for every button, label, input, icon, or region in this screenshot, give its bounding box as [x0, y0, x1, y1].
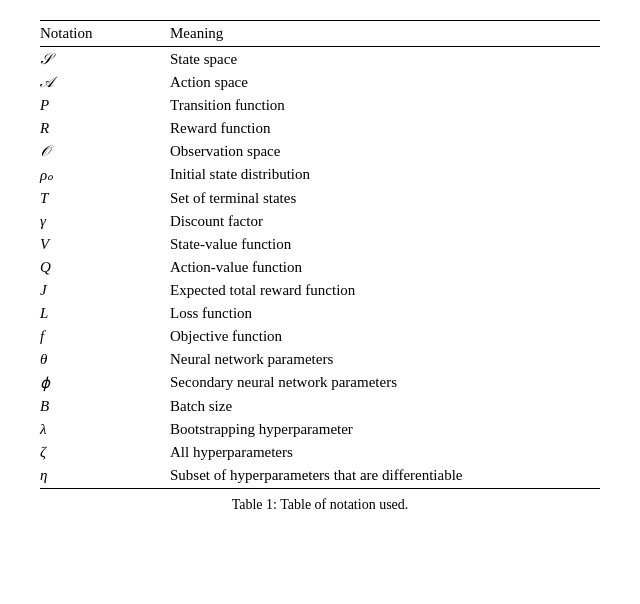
cell-meaning: Observation space: [170, 140, 600, 163]
table-caption-row: Table 1: Table of notation used.: [40, 489, 600, 514]
cell-meaning: Reward function: [170, 117, 600, 140]
table-row: BBatch size: [40, 395, 600, 418]
cell-notation: Q: [40, 256, 170, 279]
cell-notation: L: [40, 302, 170, 325]
table-row: λBootstrapping hyperparameter: [40, 418, 600, 441]
table-row: LLoss function: [40, 302, 600, 325]
cell-notation: γ: [40, 210, 170, 233]
table-header-row: Notation Meaning: [40, 21, 600, 47]
cell-notation: ϕ: [40, 371, 170, 395]
cell-meaning: Neural network parameters: [170, 348, 600, 371]
cell-meaning: Bootstrapping hyperparameter: [170, 418, 600, 441]
cell-notation: 𝒮: [40, 47, 170, 72]
table-row: 𝒪Observation space: [40, 140, 600, 163]
cell-meaning: Secondary neural network parameters: [170, 371, 600, 395]
cell-notation: B: [40, 395, 170, 418]
cell-meaning: State space: [170, 47, 600, 72]
table-row: 𝒜Action space: [40, 71, 600, 94]
cell-meaning: State-value function: [170, 233, 600, 256]
cell-notation: J: [40, 279, 170, 302]
cell-meaning: Discount factor: [170, 210, 600, 233]
cell-notation: T: [40, 187, 170, 210]
cell-notation: f: [40, 325, 170, 348]
table-row: ζAll hyperparameters: [40, 441, 600, 464]
table-caption: Table 1: Table of notation used.: [40, 489, 600, 514]
table-row: PTransition function: [40, 94, 600, 117]
cell-notation: V: [40, 233, 170, 256]
table-row: γDiscount factor: [40, 210, 600, 233]
cell-meaning: Action-value function: [170, 256, 600, 279]
table-row: TSet of terminal states: [40, 187, 600, 210]
table-row: 𝒮State space: [40, 47, 600, 72]
table-row: ηSubset of hyperparameters that are diff…: [40, 464, 600, 489]
cell-notation: θ: [40, 348, 170, 371]
table-row: VState-value function: [40, 233, 600, 256]
cell-notation: ρₒ: [40, 163, 170, 187]
notation-table: Notation Meaning 𝒮State space𝒜Action spa…: [40, 20, 600, 513]
header-notation: Notation: [40, 21, 170, 47]
cell-meaning: Batch size: [170, 395, 600, 418]
cell-meaning: Objective function: [170, 325, 600, 348]
cell-meaning: Set of terminal states: [170, 187, 600, 210]
cell-notation: ζ: [40, 441, 170, 464]
cell-notation: R: [40, 117, 170, 140]
table-row: JExpected total reward function: [40, 279, 600, 302]
cell-notation: η: [40, 464, 170, 489]
cell-notation: λ: [40, 418, 170, 441]
cell-notation: P: [40, 94, 170, 117]
cell-meaning: Loss function: [170, 302, 600, 325]
cell-notation: 𝒪: [40, 140, 170, 163]
cell-meaning: Subset of hyperparameters that are diffe…: [170, 464, 600, 489]
header-meaning: Meaning: [170, 21, 600, 47]
cell-meaning: Action space: [170, 71, 600, 94]
table-row: θNeural network parameters: [40, 348, 600, 371]
table-row: QAction-value function: [40, 256, 600, 279]
cell-meaning: All hyperparameters: [170, 441, 600, 464]
cell-meaning: Initial state distribution: [170, 163, 600, 187]
table-container: Notation Meaning 𝒮State space𝒜Action spa…: [40, 20, 600, 513]
table-row: ρₒInitial state distribution: [40, 163, 600, 187]
cell-notation: 𝒜: [40, 71, 170, 94]
table-row: RReward function: [40, 117, 600, 140]
table-row: ϕSecondary neural network parameters: [40, 371, 600, 395]
table-row: fObjective function: [40, 325, 600, 348]
cell-meaning: Expected total reward function: [170, 279, 600, 302]
cell-meaning: Transition function: [170, 94, 600, 117]
